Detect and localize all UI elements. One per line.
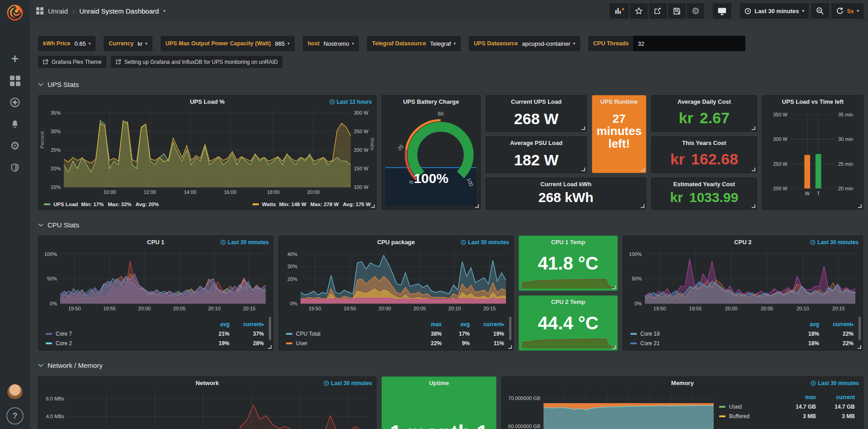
- section-header-ups-stats[interactable]: UPS Stats: [38, 79, 868, 89]
- zoom-out-button[interactable]: [811, 3, 829, 19]
- legend-col-avg[interactable]: avg: [442, 321, 470, 328]
- star-button[interactable]: [630, 3, 648, 19]
- link-grafana-plex-theme[interactable]: Grafana Plex Theme: [38, 56, 106, 68]
- question-icon: ?: [13, 411, 18, 421]
- legend-scrollbar[interactable]: [269, 317, 271, 340]
- sidebar-item-configuration[interactable]: ⚙: [0, 135, 30, 157]
- chevron-down-icon[interactable]: ▾: [857, 9, 859, 13]
- variable-currency[interactable]: Currency kr▾: [104, 36, 152, 51]
- bar-plot-area[interactable]: 350 W 300 W 250 W 200 W 35 min 30 min 25…: [791, 115, 835, 188]
- variable-telegraf-datasource[interactable]: Telegraf Datasource Telegraf▾: [367, 36, 461, 51]
- graph-plot-area[interactable]: 6.0 MBs 4.0 MBs 2.0 MBs: [67, 391, 369, 429]
- link-ups-monitoring-guide[interactable]: Setting up Grafana and InfluxDB for UPS …: [111, 56, 283, 68]
- chevron-down-icon[interactable]: ▾: [163, 9, 166, 13]
- sidebar-item-server-admin[interactable]: [0, 157, 30, 178]
- legend-value: 17%: [442, 331, 470, 337]
- top-navbar: Unraid › Unraid System Dashboard ▾: [30, 0, 868, 22]
- variable-ups-datasource[interactable]: UPS Datasource apcupsd-container▾: [469, 36, 580, 51]
- sidebar-item-dashboards[interactable]: [0, 70, 30, 92]
- legend-item[interactable]: Core 2: [46, 340, 201, 347]
- legend-item[interactable]: Used: [719, 404, 781, 410]
- panel-title[interactable]: This Years Cost: [652, 137, 757, 146]
- legend-item[interactable]: Core 18: [630, 331, 791, 337]
- legend-col-current[interactable]: current▾: [470, 321, 504, 328]
- legend-item[interactable]: Core 21: [630, 340, 791, 347]
- dashboard-title[interactable]: Unraid System Dashboard: [79, 7, 159, 15]
- breadcrumb-folder[interactable]: Unraid: [48, 7, 68, 15]
- legend-value: 19%: [201, 340, 229, 347]
- panel-actions-group: ⚙: [610, 3, 704, 19]
- variable-kwh-price[interactable]: kWh Price 0.65▾: [38, 36, 95, 51]
- legend-item[interactable]: User: [286, 340, 414, 347]
- panel-title[interactable]: Memory: [502, 377, 863, 386]
- panel-title[interactable]: UPS Battery Charge: [382, 96, 480, 105]
- add-panel-button[interactable]: [610, 3, 629, 19]
- sidebar-item-create[interactable]: +: [0, 48, 30, 70]
- graph-plot-area[interactable]: 70.000000 GB 60.000000 GB 50.000000 GB: [544, 391, 714, 429]
- panel-title[interactable]: CPU 1 Temp: [519, 236, 617, 246]
- legend-item[interactable]: Watts Min: 148 WMax: 278 WAvg: 175 W: [253, 202, 371, 207]
- legend-item[interactable]: UPS Load Min: 17%Max: 32%Avg: 20%: [44, 202, 159, 207]
- panel-average-psu-load: Average PSU Load 182 W: [486, 136, 587, 173]
- legend-item[interactable]: CPU Total: [286, 331, 414, 337]
- graph-plot-area[interactable]: 40% 30% 20% 0% 19:50 19:55 20:00 20:05 2…: [300, 251, 506, 304]
- legend-col-avg[interactable]: avg: [791, 321, 819, 328]
- panel-title[interactable]: UPS Load %: [38, 96, 376, 105]
- refresh-button[interactable]: 5s ▾: [831, 3, 863, 19]
- section-title: CPU Stats: [48, 221, 79, 229]
- sidebar-item-explore[interactable]: [0, 92, 30, 113]
- section-header-cpu-stats[interactable]: CPU Stats: [38, 220, 868, 230]
- panel-cpu2: CPU 2 Last 30 minutes 100% 50% 0% 19:50 …: [623, 236, 863, 351]
- panel-time-range-link[interactable]: Last 30 minutes: [461, 239, 509, 246]
- section-header-network-memory[interactable]: Network / Memory: [38, 360, 868, 370]
- legend-item[interactable]: Buffered: [719, 413, 781, 419]
- save-button[interactable]: [668, 3, 686, 19]
- sidebar-item-alerting[interactable]: [0, 113, 30, 135]
- legend-col-current[interactable]: current▾: [819, 321, 854, 328]
- panel-title[interactable]: UPS Load vs Time left: [763, 96, 863, 105]
- dashboard-settings-button[interactable]: ⚙: [687, 3, 704, 19]
- variable-ups-max-watt[interactable]: UPS Max Output Power Capacity (Watt) 865…: [161, 36, 295, 51]
- graph-plot-area[interactable]: 35% 30% 25% 20% 15% 300 W 250 W 200 W 15…: [64, 109, 351, 188]
- panel-time-range-link[interactable]: Last 30 minutes: [324, 380, 372, 386]
- panel-title[interactable]: Estimated Yearly Cost: [652, 178, 757, 188]
- legend-scrollbar[interactable]: [858, 317, 861, 340]
- chevron-down-icon: ▾: [453, 42, 456, 46]
- stat-value: kr162.68: [652, 150, 757, 168]
- cpu-threads-input[interactable]: [633, 36, 745, 51]
- time-range-picker[interactable]: Last 30 minutes ▾: [740, 3, 809, 19]
- panel-title[interactable]: CPU 2 Temp: [519, 296, 617, 305]
- variable-label: Telegraf Datasource: [372, 40, 426, 47]
- panel-title[interactable]: Average Daily Cost: [652, 96, 757, 105]
- panel-time-range-link[interactable]: Last 12 hours: [329, 99, 372, 105]
- panel-title[interactable]: UPS Runtime: [592, 96, 646, 105]
- cycle-view-button[interactable]: [713, 3, 731, 19]
- grafana-logo-icon[interactable]: [5, 3, 25, 23]
- legend-item[interactable]: Core 7: [46, 331, 201, 337]
- legend-col-max[interactable]: max: [414, 321, 442, 328]
- legend-col-current[interactable]: current▾: [229, 321, 264, 328]
- variable-label: kWh Price: [43, 40, 70, 47]
- panel-title[interactable]: Uptime: [382, 377, 496, 386]
- legend-col-current[interactable]: current: [816, 394, 855, 400]
- share-button[interactable]: [649, 3, 667, 19]
- panel-time-range-link[interactable]: Last 30 minutes: [810, 239, 858, 246]
- graph-plot-area[interactable]: 100% 50% 0% 19:50 19:55 20:00 20:05 20:1…: [645, 251, 855, 304]
- sidebar-nav: + ⚙: [0, 48, 30, 178]
- x-axis-tick: 12:00: [143, 189, 156, 195]
- panel-title[interactable]: Average PSU Load: [486, 137, 587, 146]
- legend-scrollbar[interactable]: [509, 317, 511, 340]
- variable-host[interactable]: host Nostromo▾: [303, 36, 359, 51]
- panel-current-load-kwh: Current Load kWh 268 kWh: [486, 178, 646, 210]
- legend-col-avg[interactable]: avg: [201, 321, 229, 328]
- user-avatar[interactable]: [7, 384, 23, 400]
- graph-legend: avgcurrent▾ Core 7 21% 37% Core 2 19% 28…: [46, 321, 264, 347]
- panel-time-range-link[interactable]: Last 30 minutes: [220, 239, 269, 246]
- legend-col-max[interactable]: max: [781, 394, 816, 400]
- graph-plot-area[interactable]: 100% 50% 0% 19:50 19:55 20:00 20:05 20:1…: [60, 251, 266, 304]
- panel-title[interactable]: Current Load kWh: [486, 178, 646, 188]
- help-button[interactable]: ?: [6, 407, 24, 424]
- refresh-interval-label[interactable]: 5s: [847, 8, 854, 14]
- panel-time-range-link[interactable]: Last 30 minutes: [811, 380, 859, 386]
- panel-title[interactable]: Current UPS Load: [486, 96, 587, 105]
